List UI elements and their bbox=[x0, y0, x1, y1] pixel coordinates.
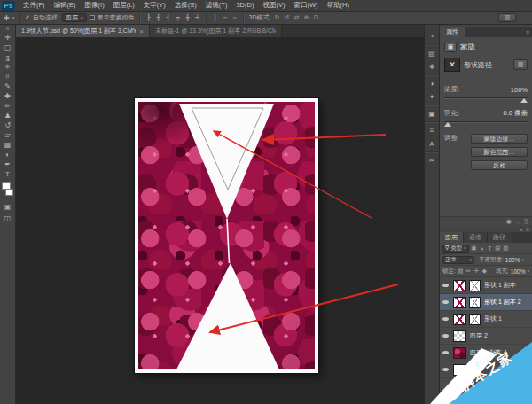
filter-pixel-icon[interactable]: ▣ bbox=[471, 245, 477, 252]
visibility-eye-icon[interactable] bbox=[441, 311, 450, 327]
tool-brush[interactable]: ✏ bbox=[0, 101, 15, 111]
tool-eraser[interactable]: ▱ bbox=[0, 130, 15, 140]
tool-healing-brush[interactable]: ✚ bbox=[0, 91, 15, 101]
menu-file[interactable]: 文件(F) bbox=[19, 0, 50, 11]
styles-panel-icon[interactable]: ✦ bbox=[425, 90, 439, 104]
layer-row[interactable]: 形状 1 副本 bbox=[440, 277, 532, 294]
add-vector-mask-button[interactable]: ▥ bbox=[513, 59, 528, 70]
density-slider-handle[interactable] bbox=[520, 98, 528, 103]
panel-menu-icon[interactable]: ≡ bbox=[526, 227, 529, 232]
density-slider[interactable] bbox=[444, 97, 528, 99]
clipboard-panel-icon[interactable]: ✂ bbox=[425, 154, 439, 167]
menu-3d[interactable]: 3D(D) bbox=[231, 0, 258, 11]
menu-edit[interactable]: 编辑(E) bbox=[50, 0, 81, 11]
tool-clone-stamp[interactable]: ♟ bbox=[0, 111, 15, 120]
layer-thumbnail[interactable] bbox=[453, 280, 466, 291]
quick-mask-button[interactable]: ▣ bbox=[0, 201, 15, 213]
swatches-panel-icon[interactable]: ▤ bbox=[425, 47, 439, 60]
align-vcenter-icon[interactable]: ╋ bbox=[184, 14, 192, 21]
pixel-mask-icon[interactable]: ▣ bbox=[444, 43, 457, 52]
workspace-button[interactable]: ▥ bbox=[498, 13, 516, 22]
distribute-h-icon[interactable]: ┉ bbox=[222, 14, 229, 21]
visibility-eye-icon[interactable] bbox=[441, 277, 450, 293]
history-panel-icon[interactable]: ◔ bbox=[425, 30, 439, 43]
tool-gradient[interactable]: ▦ bbox=[0, 140, 15, 150]
layer-thumbnail[interactable] bbox=[453, 314, 466, 325]
visibility-eye-icon[interactable] bbox=[441, 294, 450, 310]
filter-type-icon[interactable]: T bbox=[487, 245, 493, 252]
filter-adjustment-icon[interactable]: ◑ bbox=[479, 245, 485, 252]
foreground-color-swatch[interactable] bbox=[2, 182, 11, 190]
align-left-icon[interactable]: ┠ bbox=[145, 14, 153, 21]
menu-image[interactable]: 图像(I) bbox=[81, 0, 109, 11]
layer-row-selected[interactable]: 形状 1 副本 2 bbox=[440, 294, 532, 311]
disable-mask-icon[interactable]: ◌ bbox=[516, 219, 520, 225]
invert-button[interactable]: 反相 bbox=[471, 160, 528, 170]
align-hcenter-icon[interactable]: ╂ bbox=[155, 14, 162, 21]
filter-shape-icon[interactable]: ▤ bbox=[495, 245, 501, 252]
tool-dodge[interactable]: ◐ bbox=[0, 150, 15, 159]
document-tab-active[interactable]: 1.9情人节.psd @ 50%(图层 1 副本 3,CMYK/8*) * × bbox=[16, 25, 149, 37]
feather-slider-handle[interactable] bbox=[444, 122, 451, 127]
distribute-stack-icon[interactable]: ≡ bbox=[231, 15, 239, 21]
menu-window[interactable]: 窗口(W) bbox=[289, 0, 322, 11]
menu-view[interactable]: 视图(V) bbox=[258, 0, 289, 11]
tool-quick-select[interactable]: ✳ bbox=[0, 62, 15, 72]
filter-smart-icon[interactable]: ▨ bbox=[503, 245, 509, 252]
blend-mode-dropdown[interactable]: 正常 ▾ bbox=[442, 256, 474, 264]
lock-all-icon[interactable]: ◆ bbox=[481, 268, 488, 275]
opacity-value[interactable]: 100% bbox=[505, 257, 520, 263]
mask-from-selection-icon[interactable]: ◉ bbox=[506, 218, 512, 225]
tool-pen[interactable]: ✒ bbox=[0, 159, 15, 169]
mask-edge-button[interactable]: 蒙版边缘… bbox=[471, 134, 528, 144]
actions-panel-icon[interactable]: ≡ bbox=[425, 124, 439, 137]
layer-thumbnail[interactable] bbox=[453, 347, 466, 359]
align-right-icon[interactable]: ┨ bbox=[165, 14, 172, 21]
tool-move[interactable]: ✛ bbox=[0, 33, 15, 43]
vector-mask-thumbnail[interactable] bbox=[469, 314, 481, 325]
tab-properties[interactable]: 属性 bbox=[440, 27, 465, 37]
tab-paths[interactable]: 路径 bbox=[487, 232, 511, 243]
info-panel-icon[interactable]: ▣ bbox=[425, 107, 439, 120]
delete-mask-icon[interactable]: ▯ bbox=[524, 218, 528, 225]
tool-eyedropper[interactable]: ✎ bbox=[0, 82, 15, 91]
vector-mask-thumbnail[interactable] bbox=[469, 297, 481, 308]
tool-preset-caret-icon[interactable]: ▾ bbox=[12, 15, 15, 20]
3d-drag-icon[interactable]: ⇄ bbox=[293, 14, 300, 21]
distribute-v-icon[interactable]: ┋ bbox=[212, 14, 219, 21]
menu-layer[interactable]: 图层(L) bbox=[109, 0, 139, 11]
feather-value[interactable]: 0.0 像素 bbox=[503, 109, 528, 118]
document-tab-inactive[interactable]: 未标题-1 @ 33.3%(图层 1 副本 2,RGB/8/CMYK) bbox=[149, 25, 282, 37]
visibility-eye-icon[interactable] bbox=[441, 345, 450, 361]
tab-layers[interactable]: 图层 bbox=[440, 232, 463, 243]
color-panel-icon[interactable]: ❖ bbox=[425, 60, 439, 74]
visibility-eye-icon[interactable] bbox=[441, 361, 450, 377]
auto-select-checkbox[interactable]: ✓ bbox=[25, 14, 30, 21]
filter-type-dropdown[interactable]: ∇ 类型 ▾ bbox=[442, 245, 469, 252]
3d-rotate-icon[interactable]: ↻ bbox=[273, 14, 280, 21]
adjustments-panel-icon[interactable]: ◑ bbox=[425, 77, 439, 90]
mask-thumbnail[interactable]: ✕ bbox=[444, 58, 460, 72]
density-value[interactable]: 100% bbox=[511, 86, 528, 94]
tool-crop[interactable]: ⌗ bbox=[0, 72, 15, 82]
menu-select[interactable]: 选择(S) bbox=[170, 0, 201, 11]
fill-value[interactable]: 100% bbox=[511, 268, 526, 275]
feather-slider[interactable] bbox=[444, 121, 528, 123]
character-panel-icon[interactable]: A bbox=[425, 137, 439, 151]
layer-thumbnail[interactable] bbox=[453, 364, 466, 376]
3d-slide-icon[interactable]: ⊕ bbox=[302, 14, 309, 21]
tool-marquee[interactable]: ▢ bbox=[0, 43, 15, 52]
layer-thumbnail[interactable] bbox=[453, 330, 466, 342]
show-transform-checkbox[interactable] bbox=[90, 15, 95, 20]
lock-transparency-icon[interactable]: ▨ bbox=[458, 268, 464, 275]
close-icon[interactable]: × bbox=[139, 27, 144, 35]
color-swatches[interactable] bbox=[0, 182, 15, 201]
layer-thumbnail[interactable] bbox=[453, 297, 466, 308]
lock-position-icon[interactable]: ✛ bbox=[473, 268, 480, 275]
layer-row[interactable] bbox=[440, 361, 532, 378]
3d-roll-icon[interactable]: ↺ bbox=[283, 14, 290, 21]
lock-pixels-icon[interactable]: ✏ bbox=[466, 268, 472, 275]
layer-row[interactable]: 图层 2 bbox=[440, 328, 532, 345]
tool-type[interactable]: T bbox=[0, 169, 15, 179]
collapse-icon[interactable]: « bbox=[520, 227, 522, 232]
